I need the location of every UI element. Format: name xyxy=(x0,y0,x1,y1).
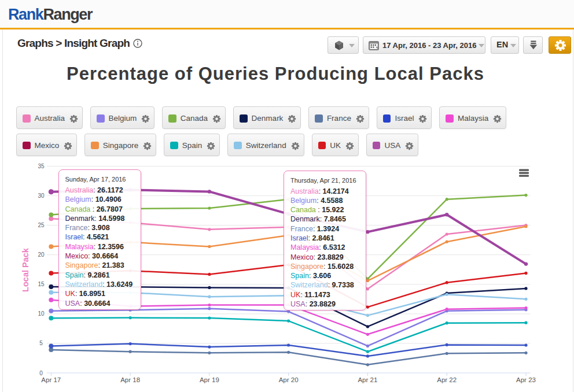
svg-text:Apr 22: Apr 22 xyxy=(437,376,457,383)
svg-text:35: 35 xyxy=(38,163,45,169)
svg-text:Apr 17: Apr 17 xyxy=(41,376,61,383)
svg-text:Apr 23: Apr 23 xyxy=(516,376,536,383)
svg-text:Local Pack: Local Pack xyxy=(21,247,30,292)
svg-text:20: 20 xyxy=(38,252,45,258)
svg-text:Apr 20: Apr 20 xyxy=(279,376,299,383)
svg-text:15: 15 xyxy=(38,281,45,287)
svg-text:Apr 21: Apr 21 xyxy=(358,376,377,383)
svg-text:5: 5 xyxy=(39,340,43,346)
svg-text:Apr 18: Apr 18 xyxy=(120,376,140,383)
svg-text:Apr 19: Apr 19 xyxy=(200,376,219,383)
svg-text:0: 0 xyxy=(39,370,43,376)
svg-text:30: 30 xyxy=(38,193,45,199)
svg-text:10: 10 xyxy=(38,310,45,317)
svg-text:25: 25 xyxy=(38,222,45,228)
